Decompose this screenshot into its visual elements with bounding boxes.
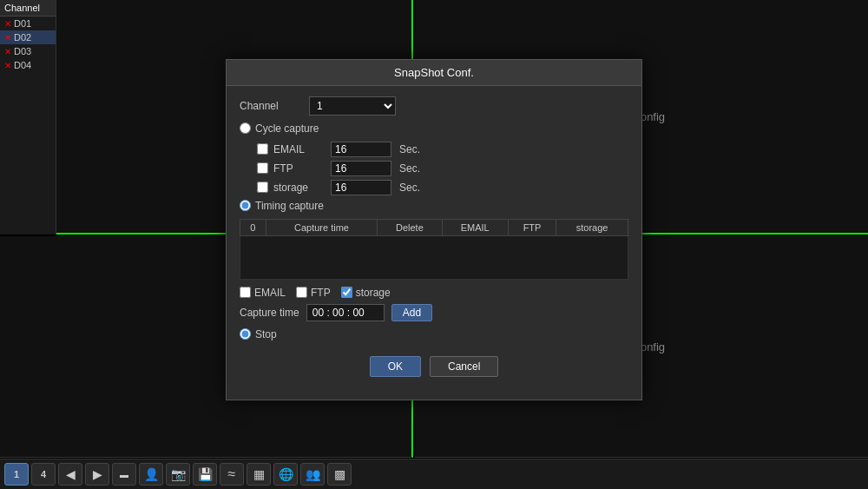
bottom-checks: EMAIL FTP storage — [240, 287, 628, 299]
add-button[interactable]: Add — [391, 304, 432, 321]
timing-capture-radio[interactable] — [240, 200, 251, 211]
col-num: 0 — [240, 219, 266, 235]
dialog-overlay: SnapShot Conf. Channel 1 2 3 4 — [0, 0, 868, 459]
email-option-label: EMAIL — [273, 143, 326, 155]
user-icon: 👥 — [306, 467, 320, 481]
screen: Channel ✕ D01 ✕ D02 ✕ D03 ✕ D04 NoConfig — [0, 0, 868, 489]
capture-time-row: Capture time Add — [240, 304, 628, 321]
ftp-option: FTP Sec. — [257, 161, 628, 176]
qr-icon: ▩ — [334, 467, 345, 481]
stop-text: Stop — [255, 328, 277, 340]
col-email: EMAIL — [442, 219, 508, 235]
user-button[interactable]: 👥 — [300, 463, 325, 486]
network-icon: 🌐 — [279, 467, 293, 481]
stop-radio-label[interactable]: Stop — [240, 328, 277, 340]
channel-1-icon: 1 — [14, 469, 19, 479]
col-capture-time: Capture time — [266, 219, 377, 235]
bottom-email-check-label[interactable]: EMAIL — [240, 287, 286, 299]
storage-option: storage Sec. — [257, 180, 628, 195]
stop-row: Stop — [240, 328, 628, 340]
ftp-sec-label: Sec. — [399, 162, 420, 175]
person-button[interactable]: 👤 — [139, 463, 163, 486]
storage-checkbox[interactable] — [257, 182, 268, 193]
ftp-option-label: FTP — [273, 162, 326, 175]
col-delete: Delete — [378, 219, 442, 235]
timing-empty-row — [240, 235, 628, 279]
col-ftp: FTP — [508, 219, 556, 235]
taskbar: 1 4 ◀ ▶ ▬ 👤 📷 💾 ≈ ▦ 🌐 — [0, 459, 868, 489]
display-icon: ▦ — [253, 467, 265, 481]
bottom-storage-checkbox[interactable] — [341, 287, 352, 298]
bottom-ftp-check-label[interactable]: FTP — [296, 287, 331, 299]
dialog-content: Channel 1 2 3 4 Cycle capture — [227, 86, 641, 400]
capture-time-label: Capture time — [240, 307, 299, 319]
hdd-button[interactable]: 💾 — [193, 463, 217, 486]
timing-capture-row: Timing capture — [240, 200, 628, 212]
person-icon: 👤 — [144, 467, 159, 481]
email-checkbox[interactable] — [257, 143, 268, 155]
forward-button[interactable]: ▶ — [85, 463, 109, 486]
bottom-storage-text: storage — [356, 287, 391, 299]
email-option: EMAIL Sec. — [257, 142, 628, 157]
dialog-title: SnapShot Conf. — [227, 60, 641, 86]
storage-option-label: storage — [273, 182, 326, 194]
cycle-capture-label[interactable]: Cycle capture — [240, 122, 319, 135]
bottom-email-text: EMAIL — [254, 287, 286, 299]
timing-table-body — [240, 235, 628, 279]
bottom-ftp-text: FTP — [311, 287, 331, 299]
display-button[interactable]: ▦ — [247, 463, 271, 486]
forward-icon: ▶ — [93, 467, 102, 481]
qr-button[interactable]: ▩ — [327, 463, 352, 486]
hdd-icon: 💾 — [198, 467, 213, 481]
snapshot-dialog: SnapShot Conf. Channel 1 2 3 4 — [226, 59, 642, 400]
bottom-ftp-checkbox[interactable] — [296, 287, 307, 298]
stop-radio[interactable] — [240, 328, 251, 340]
capture-time-input[interactable] — [306, 304, 385, 321]
back-button[interactable]: ◀ — [58, 463, 82, 486]
email-sec-label: Sec. — [399, 143, 420, 155]
ftp-checkbox[interactable] — [257, 162, 268, 174]
cycle-capture-row: Cycle capture — [240, 122, 628, 135]
camera-icon: 📷 — [171, 467, 186, 481]
bottom-email-checkbox[interactable] — [240, 287, 251, 298]
dialog-footer: OK Cancel — [240, 347, 628, 389]
email-sec-input[interactable] — [331, 142, 391, 157]
bottom-storage-check-label[interactable]: storage — [341, 287, 391, 299]
ftp-sec-input[interactable] — [331, 161, 391, 176]
live-icon: ▬ — [120, 470, 128, 479]
network-button[interactable]: 🌐 — [273, 463, 298, 486]
storage-sec-label: Sec. — [399, 182, 420, 194]
channel-row: Channel 1 2 3 4 — [240, 96, 628, 116]
channel-4-icon: 4 — [41, 469, 46, 479]
cycle-capture-text: Cycle capture — [255, 122, 319, 135]
timing-table: 0 Capture time Delete EMAIL FTP storage — [240, 219, 628, 280]
channel-1-button[interactable]: 1 — [4, 463, 29, 486]
wave-button[interactable]: ≈ — [220, 463, 244, 486]
camera-button[interactable]: 📷 — [166, 463, 190, 486]
timing-capture-label[interactable]: Timing capture — [240, 200, 324, 212]
timing-capture-text: Timing capture — [255, 200, 324, 212]
back-icon: ◀ — [66, 467, 76, 481]
cycle-capture-section: EMAIL Sec. FTP Sec. storage Sec — [257, 142, 628, 195]
channel-select[interactable]: 1 2 3 4 — [309, 96, 396, 116]
cancel-button[interactable]: Cancel — [430, 356, 498, 377]
wave-icon: ≈ — [228, 466, 236, 482]
col-storage: storage — [556, 219, 628, 235]
storage-sec-input[interactable] — [331, 180, 391, 195]
channel-4-button[interactable]: 4 — [31, 463, 56, 486]
channel-form-label: Channel — [240, 100, 309, 112]
live-button[interactable]: ▬ — [112, 463, 136, 486]
ok-button[interactable]: OK — [370, 356, 421, 377]
cycle-capture-radio[interactable] — [240, 122, 251, 134]
